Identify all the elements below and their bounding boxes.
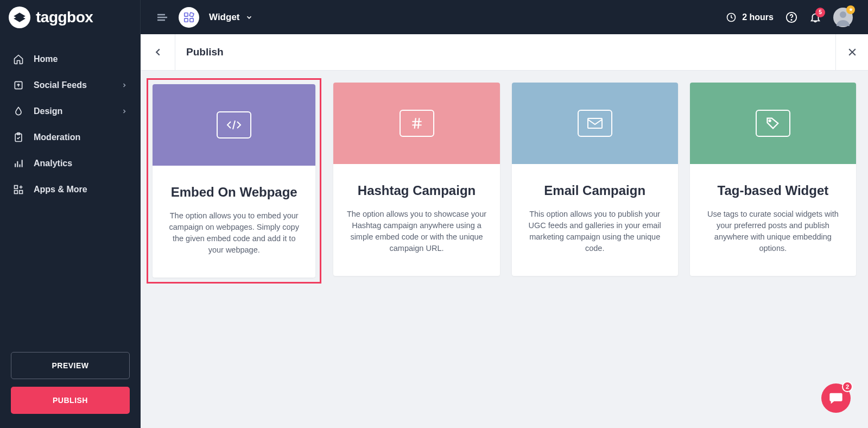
nav-list: HomeSocial FeedsDesignModerationAnalytic… [0, 34, 141, 352]
svg-rect-19 [15, 191, 18, 194]
preview-button[interactable]: PREVIEW [11, 352, 130, 379]
chat-button[interactable]: 2 [821, 383, 851, 413]
svg-point-9 [791, 19, 791, 20]
card-title: Hashtag Campaign [346, 182, 486, 199]
sidebar-item-label: Moderation [34, 133, 128, 142]
svg-line-29 [418, 118, 419, 129]
notification-badge: 5 [815, 8, 825, 17]
logo-text: taggbox [36, 9, 93, 26]
card[interactable]: Embed On WebpageThe option allows you to… [153, 84, 315, 278]
sidebar: HomeSocial FeedsDesignModerationAnalytic… [0, 34, 141, 428]
card[interactable]: Tag-based WidgetUse tags to curate socia… [690, 83, 856, 276]
svg-point-31 [769, 120, 771, 122]
svg-rect-5 [185, 18, 188, 21]
chevron-left-icon [152, 46, 164, 58]
close-button[interactable] [835, 34, 868, 70]
tag-icon [756, 110, 790, 137]
time-label: 2 hours [742, 12, 774, 22]
sidebar-item-label: Apps & More [34, 185, 128, 194]
card-body: Tag-based WidgetUse tags to curate socia… [690, 164, 856, 276]
help-button[interactable] [785, 11, 797, 23]
widget-apps-icon [179, 7, 199, 28]
sidebar-bottom: PREVIEW PUBLISH [0, 352, 141, 428]
hash-icon [400, 110, 434, 137]
sub-header: Publish [141, 34, 868, 71]
help-icon [785, 11, 797, 23]
sidebar-item-label: Analytics [34, 159, 128, 168]
card-desc: The option allows you to embed your camp… [166, 210, 302, 256]
card-body: Hashtag CampaignThe option allows you to… [333, 164, 499, 276]
logo-section[interactable]: taggbox [0, 0, 141, 34]
svg-rect-4 [189, 12, 194, 16]
card-body: Email CampaignThis option allows you to … [512, 164, 678, 276]
svg-rect-20 [20, 191, 23, 194]
main: Publish Embed On WebpageThe option allow… [141, 34, 868, 428]
chat-badge: 2 [842, 381, 853, 392]
logo-mark-icon [9, 7, 30, 28]
card-body: Embed On WebpageThe option allows you to… [153, 166, 315, 278]
chat-icon [828, 391, 844, 406]
code-icon [217, 111, 251, 139]
svg-point-10 [840, 11, 846, 18]
cards-grid: Embed On WebpageThe option allows you to… [141, 71, 868, 291]
card-title: Email Campaign [525, 182, 665, 199]
widget-selector[interactable]: Widget [209, 12, 253, 23]
chevron-down-icon [245, 14, 253, 21]
card-hero [153, 84, 315, 166]
svg-rect-6 [190, 18, 193, 21]
drop-icon [13, 106, 24, 117]
sidebar-item-label: Home [34, 54, 128, 64]
topbar: taggbox Widget 2 hours 5 ★ [0, 0, 868, 34]
menu-icon[interactable] [156, 11, 169, 24]
card-hero [333, 83, 499, 164]
bars-icon [13, 158, 24, 169]
mail-icon [578, 110, 612, 137]
sidebar-item-apps-more[interactable]: Apps & More [0, 177, 141, 203]
publish-card-blue: Email CampaignThis option allows you to … [512, 83, 678, 279]
widget-label-text: Widget [209, 12, 240, 23]
sidebar-item-label: Social Feeds [34, 80, 111, 90]
clock-icon [726, 12, 737, 23]
svg-rect-18 [15, 186, 18, 189]
svg-rect-30 [588, 118, 602, 128]
card-desc: This option allows you to publish your U… [525, 209, 665, 254]
page-title: Publish [175, 46, 835, 58]
chevron-right-icon [121, 108, 128, 115]
card-title: Tag-based Widget [703, 182, 843, 199]
card[interactable]: Hashtag CampaignThe option allows you to… [333, 83, 499, 276]
grid-plus-icon [13, 184, 24, 195]
close-icon [847, 47, 858, 58]
upload-icon [13, 80, 24, 91]
card-desc: Use tags to curate social widgets with y… [703, 209, 843, 254]
sidebar-item-label: Design [34, 106, 111, 116]
card[interactable]: Email CampaignThis option allows you to … [512, 83, 678, 276]
sidebar-item-moderation[interactable]: Moderation [0, 124, 141, 150]
notifications-button[interactable]: 5 [809, 11, 821, 23]
card-hero [512, 83, 678, 164]
publish-card-purple: Embed On WebpageThe option allows you to… [147, 78, 321, 284]
sidebar-item-design[interactable]: Design [0, 98, 141, 124]
card-title: Embed On Webpage [166, 184, 302, 200]
publish-card-green: Tag-based WidgetUse tags to curate socia… [690, 83, 856, 279]
star-icon: ★ [846, 5, 855, 14]
chevron-right-icon [121, 82, 128, 89]
sidebar-item-home[interactable]: Home [0, 46, 141, 72]
svg-line-28 [414, 118, 415, 129]
publish-card-pink: Hashtag CampaignThe option allows you to… [333, 83, 499, 279]
svg-line-25 [233, 121, 235, 129]
topbar-right: 2 hours 5 ★ [726, 8, 868, 27]
time-indicator[interactable]: 2 hours [726, 12, 774, 23]
clipboard-icon [13, 132, 24, 143]
avatar[interactable]: ★ [833, 8, 853, 27]
home-icon [13, 54, 24, 65]
sidebar-item-analytics[interactable]: Analytics [0, 150, 141, 177]
topbar-left: Widget [141, 7, 253, 28]
svg-rect-3 [185, 12, 188, 16]
sidebar-item-social-feeds[interactable]: Social Feeds [0, 72, 141, 98]
card-hero [690, 83, 856, 164]
card-desc: The option allows you to showcase your H… [346, 209, 486, 254]
publish-button[interactable]: PUBLISH [11, 387, 130, 414]
back-button[interactable] [141, 34, 175, 70]
